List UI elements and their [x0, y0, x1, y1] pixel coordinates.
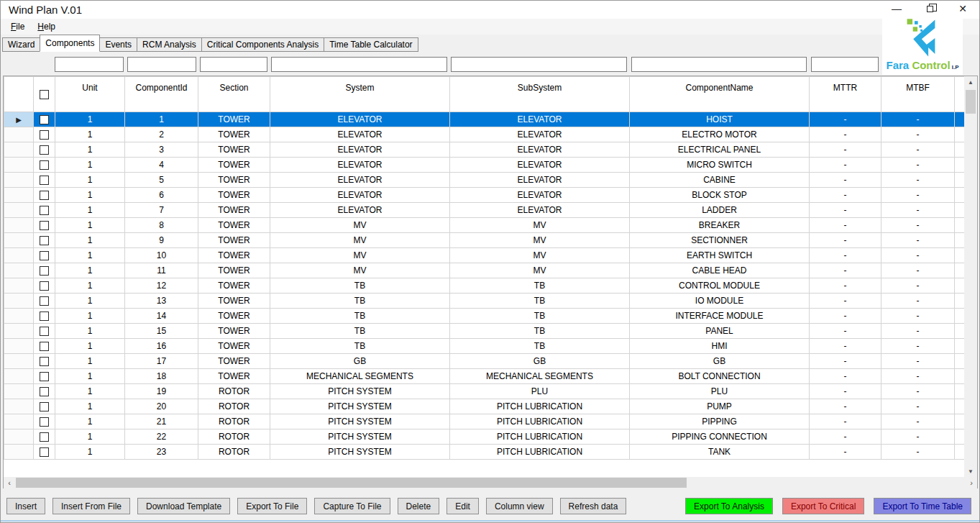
row-checkbox[interactable] [40, 191, 49, 200]
column-header-system[interactable]: System [270, 77, 450, 112]
horizontal-scrollbar[interactable]: ‹ › [4, 477, 977, 488]
filter-input-system[interactable] [271, 57, 447, 72]
insert-button[interactable]: Insert [6, 498, 45, 514]
export-to-analysis-button[interactable]: Export To Analysis [685, 498, 773, 514]
close-icon[interactable]: ✕ [946, 1, 979, 17]
row-selector[interactable] [4, 278, 34, 294]
row-selector[interactable] [4, 339, 34, 354]
edit-button[interactable]: Edit [447, 498, 479, 514]
row-selector[interactable] [4, 158, 34, 173]
row-selector[interactable] [4, 263, 34, 278]
minimize-icon[interactable]: — [880, 1, 913, 17]
table-row[interactable]: 110TOWERMVMVEARTH SWITCH-- [4, 248, 965, 263]
row-checkbox[interactable] [40, 236, 49, 245]
row-checkbox[interactable] [40, 206, 49, 215]
row-checkbox[interactable] [40, 447, 49, 457]
column-header-componentid[interactable]: ComponentId [125, 77, 198, 112]
scroll-left-button[interactable]: ‹ [4, 477, 15, 488]
restore-icon[interactable] [913, 1, 946, 17]
tab-critical-components-analysis[interactable]: Critical Components Analysis [201, 37, 324, 52]
menu-item-help[interactable]: Help [31, 19, 62, 34]
row-checkbox[interactable] [40, 251, 49, 260]
column-header-unit[interactable]: Unit [55, 77, 125, 112]
vertical-scrollbar[interactable]: ▲ ▼ [964, 76, 977, 477]
row-checkbox[interactable] [40, 145, 49, 155]
row-selector[interactable] [4, 248, 34, 263]
row-checkbox[interactable] [40, 296, 49, 306]
column-header-mtbf[interactable]: MTBF [881, 77, 955, 112]
row-checkbox[interactable] [40, 130, 49, 140]
download-template-button[interactable]: Download Template [137, 498, 230, 514]
export-to-file-button[interactable]: Export To File [237, 498, 307, 514]
tab-components[interactable]: Components [40, 35, 100, 52]
row-checkbox[interactable] [40, 342, 49, 351]
table-row[interactable]: 17TOWERELEVATORELEVATORLADDER-- [4, 203, 965, 218]
table-row[interactable]: 113TOWERTBTBIO MODULE-- [4, 294, 965, 309]
delete-button[interactable]: Delete [398, 498, 440, 514]
row-checkbox[interactable] [40, 402, 49, 411]
table-row[interactable]: 111TOWERMVMVCABLE HEAD-- [4, 263, 965, 278]
row-selector[interactable] [4, 142, 34, 158]
column-header-subsystem[interactable]: SubSystem [450, 77, 630, 112]
row-selector[interactable] [4, 445, 34, 460]
table-row[interactable]: 16TOWERELEVATORELEVATORBLOCK STOP-- [4, 188, 965, 203]
row-checkbox[interactable] [40, 176, 49, 185]
horizontal-scroll-thumb[interactable] [16, 478, 687, 488]
row-selector[interactable] [4, 429, 34, 445]
table-row[interactable]: 114TOWERTBTBINTERFACE MODULE-- [4, 309, 965, 324]
tab-events[interactable]: Events [99, 37, 137, 52]
column-header-mttr[interactable]: MTTR [810, 77, 881, 112]
table-row[interactable]: 18TOWERMVMVBREAKER-- [4, 218, 965, 233]
row-selector[interactable] [4, 384, 34, 399]
tab-wizard[interactable]: Wizard [2, 37, 40, 52]
table-row[interactable]: 115TOWERTBTBPANEL-- [4, 324, 965, 339]
row-selector[interactable] [4, 188, 34, 203]
refresh-data-button[interactable]: Refresh data [560, 498, 627, 514]
row-checkbox[interactable] [40, 417, 49, 427]
table-row[interactable]: 118TOWERMECHANICAL SEGMENTSMECHANICAL SE… [4, 369, 965, 384]
table-row[interactable]: 19TOWERMVMVSECTIONNER-- [4, 233, 965, 248]
filter-input-subsystem[interactable] [451, 57, 627, 72]
row-selector[interactable] [4, 354, 34, 369]
row-selector[interactable] [4, 399, 34, 414]
tab-time-table-calculator[interactable]: Time Table Calculator [324, 37, 418, 52]
capture-to-file-button[interactable]: Capture To File [314, 498, 390, 514]
row-checkbox[interactable] [40, 311, 49, 321]
filter-input-section[interactable] [200, 57, 267, 72]
table-row[interactable]: 120ROTORPITCH SYSTEMPITCH LUBRICATIONPUM… [4, 399, 965, 414]
table-row[interactable]: 13TOWERELEVATORELEVATORELECTRICAL PANEL-… [4, 142, 965, 158]
filter-input-unit[interactable] [55, 57, 124, 72]
row-checkbox[interactable] [40, 327, 49, 336]
row-selector[interactable] [4, 233, 34, 248]
row-checkbox[interactable] [40, 432, 49, 442]
row-checkbox[interactable] [40, 221, 49, 230]
column-header-componentname[interactable]: ComponentName [630, 77, 810, 112]
table-row[interactable]: ▶11TOWERELEVATORELEVATORHOIST-- [4, 112, 965, 127]
table-row[interactable]: 119ROTORPITCH SYSTEMPLUPLU-- [4, 384, 965, 399]
row-checkbox[interactable] [40, 266, 49, 276]
row-selector[interactable] [4, 127, 34, 142]
tab-rcm-analysis[interactable]: RCM Analysis [137, 37, 202, 52]
scroll-down-button[interactable]: ▼ [964, 465, 977, 477]
row-selector[interactable] [4, 203, 34, 218]
table-row[interactable]: 15TOWERELEVATORELEVATORCABINE-- [4, 173, 965, 188]
row-checkbox[interactable] [40, 372, 49, 381]
menu-item-file[interactable]: File [4, 19, 31, 34]
row-checkbox[interactable] [40, 357, 49, 366]
table-row[interactable]: 12TOWERELEVATORELEVATORELECTRO MOTOR-- [4, 127, 965, 142]
select-all-checkbox[interactable] [40, 90, 49, 99]
row-checkbox[interactable] [40, 115, 49, 124]
scroll-right-button[interactable]: › [966, 477, 977, 488]
filter-input-componentname[interactable] [631, 57, 807, 72]
row-selector[interactable] [4, 324, 34, 339]
row-selector[interactable]: ▶ [4, 112, 34, 127]
row-selector[interactable] [4, 218, 34, 233]
row-checkbox[interactable] [40, 281, 49, 291]
table-row[interactable]: 121ROTORPITCH SYSTEMPITCH LUBRICATIONPIP… [4, 414, 965, 429]
filter-input-mttr[interactable] [811, 57, 879, 72]
row-selector[interactable] [4, 309, 34, 324]
export-to-critical-button[interactable]: Export To Critical [782, 498, 864, 514]
table-row[interactable]: 122ROTORPITCH SYSTEMPITCH LUBRICATIONPIP… [4, 429, 965, 445]
table-row[interactable]: 112TOWERTBTBCONTROL MODULE-- [4, 278, 965, 294]
row-checkbox[interactable] [40, 160, 49, 170]
